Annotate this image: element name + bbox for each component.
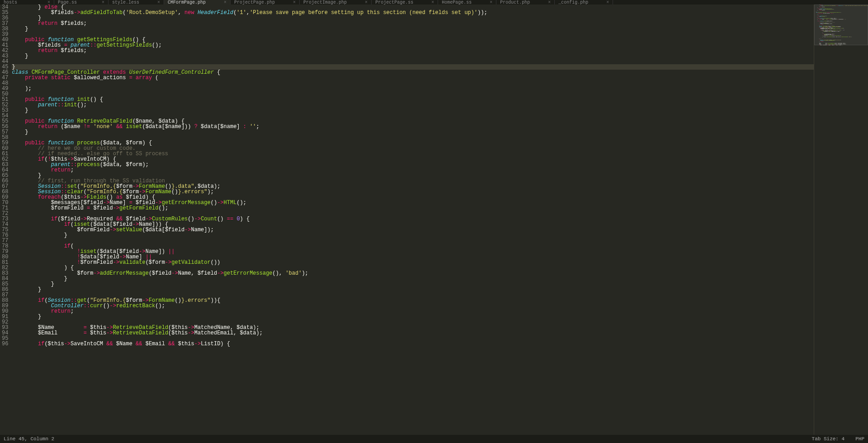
line-number: 96 [2, 341, 8, 347]
code-line[interactable]: } [12, 108, 814, 113]
close-icon[interactable]: × [606, 0, 609, 5]
code-line[interactable]: $formField->setValue($data[$field->Name]… [12, 227, 814, 233]
code-line[interactable]: return $fields; [12, 48, 814, 53]
minimap-viewport[interactable] [814, 5, 868, 45]
code-line[interactable]: } [12, 287, 814, 292]
tab-bar: hosts×Page.ss×style.less×CMFormPage.php×… [0, 0, 868, 5]
tab-label: CMFormPage.php [168, 0, 206, 5]
code-line[interactable]: !$formField->validate($form->getValidato… [12, 260, 814, 265]
status-language[interactable]: PHP [855, 436, 864, 442]
code-line[interactable]: Controller::curr()->redirectBack(); [12, 303, 814, 309]
minimap[interactable]: } else { $fields->addFieldToTab('Root.De… [814, 5, 868, 435]
close-icon[interactable]: × [102, 0, 104, 5]
code-line[interactable]: if($this->SaveIntoCM && $Name && $Email … [12, 341, 814, 347]
code-line[interactable]: $form->addErrorMessage($field->Name, $fi… [12, 271, 814, 276]
close-icon[interactable]: × [431, 0, 434, 5]
code-line[interactable] [12, 81, 814, 86]
tab-projectpage-ss[interactable]: ProjectPage.ss× [372, 0, 438, 5]
tab-page-ss[interactable]: Page.ss× [54, 0, 108, 5]
code-line[interactable]: } [12, 129, 814, 135]
tab-projectimage-php[interactable]: ProjectImage.php× [300, 0, 372, 5]
status-cursor-position[interactable]: Line 45, Column 2 [4, 436, 54, 442]
code-line[interactable]: } [12, 53, 814, 59]
tab-label: ProjectImage.php [303, 0, 347, 5]
editor: 3435363738394041424344454647484950515253… [0, 5, 868, 435]
code-line[interactable]: } [12, 314, 814, 319]
code-line[interactable]: } [12, 281, 814, 287]
close-icon[interactable]: × [293, 0, 296, 5]
code-line[interactable]: return $fields; [12, 21, 814, 26]
code-line[interactable]: } [12, 233, 814, 238]
tab-cmformpage-php[interactable]: CMFormPage.php× [164, 0, 231, 5]
code-line[interactable]: $fields->addFieldToTab('Root.DemoSetup',… [12, 10, 814, 15]
code-line[interactable]: ); [12, 86, 814, 91]
tab-label: ProjectPage.php [234, 0, 275, 5]
code-line[interactable]: $fields = parent::getSettingsFields(); [12, 43, 814, 48]
code-line[interactable]: private static $allowed_actions = array … [12, 75, 814, 81]
tab-hosts[interactable]: hosts× [0, 0, 54, 5]
tab-style-less[interactable]: style.less× [108, 0, 164, 5]
tab-homepage-ss[interactable]: HomePage.ss× [438, 0, 496, 5]
code-line[interactable]: return; [12, 309, 814, 314]
close-icon[interactable]: × [490, 0, 492, 5]
status-tab-size[interactable]: Tab Size: 4 [812, 436, 845, 442]
code-line[interactable]: $Email = $this->RetrieveDataField($this-… [12, 330, 814, 336]
close-icon[interactable]: × [365, 0, 368, 5]
code-line[interactable] [12, 238, 814, 243]
close-icon[interactable]: × [548, 0, 551, 5]
code-line[interactable]: } [12, 276, 814, 281]
code-line[interactable]: // if needed.. else go off to SS process [12, 151, 814, 157]
tab--config-php[interactable]: _config.php× [555, 0, 613, 5]
code-line[interactable]: $formField = $field->getFormField(); [12, 205, 814, 211]
code-line[interactable]: } [12, 26, 814, 32]
line-number-gutter: 3435363738394041424344454647484950515253… [0, 5, 12, 435]
tab-label: ProjectPage.ss [375, 0, 413, 5]
code-line[interactable]: parent::init(); [12, 102, 814, 108]
tab-label: style.less [112, 0, 139, 5]
close-icon[interactable]: × [47, 0, 50, 5]
status-bar: Line 45, Column 2 Tab Size: 4 PHP [0, 435, 868, 443]
code-line[interactable]: } [12, 15, 814, 21]
code-line[interactable]: parent::process($data, $form); [12, 162, 814, 167]
tab-label: _config.php [558, 0, 588, 5]
code-line[interactable]: return; [12, 167, 814, 173]
code-line[interactable] [12, 59, 814, 64]
code-line[interactable] [12, 91, 814, 97]
tab-projectpage-php[interactable]: ProjectPage.php× [231, 0, 300, 5]
close-icon[interactable]: × [224, 0, 226, 5]
code-area[interactable]: } else { $fields->addFieldToTab('Root.De… [12, 5, 814, 435]
code-line[interactable]: return ($name != 'none' && isset($data[$… [12, 124, 814, 129]
tab-label: Product.php [500, 0, 530, 5]
code-line[interactable]: public function init() { [12, 97, 814, 102]
close-icon[interactable]: × [157, 0, 160, 5]
tab-product-php[interactable]: Product.php× [496, 0, 555, 5]
tab-label: HomePage.ss [442, 0, 472, 5]
tab-label: Page.ss [58, 0, 77, 5]
